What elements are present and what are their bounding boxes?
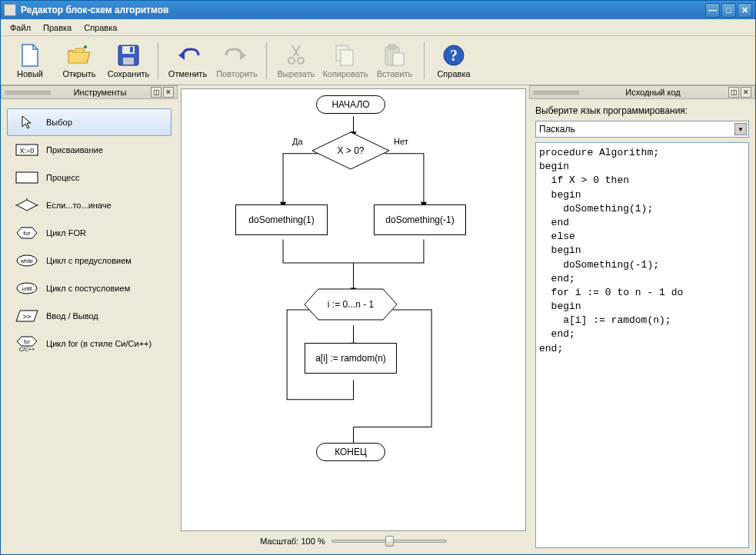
folder-open-icon: [67, 43, 92, 68]
assign-icon: X:=0: [15, 143, 38, 157]
svg-text:until: until: [22, 286, 32, 291]
label-no: Нет: [394, 137, 408, 146]
help-icon: ?: [441, 43, 466, 68]
svg-rect-17: [16, 172, 38, 183]
flowchart-loop[interactable]: i := 0...n - 1: [305, 289, 397, 320]
panel-float-icon[interactable]: ◫: [151, 87, 162, 98]
menu-edit[interactable]: Правка: [37, 21, 78, 35]
svg-text:while: while: [20, 258, 33, 264]
flowchart-process-2[interactable]: doSomething(-1): [374, 204, 466, 235]
ifelse-icon: [15, 198, 38, 212]
flowchart-loop-body[interactable]: a[i] := ramdom(n): [305, 343, 397, 374]
svg-text:for: for: [24, 339, 31, 344]
maximize-button[interactable]: □: [721, 3, 736, 18]
open-button[interactable]: Открыть: [56, 39, 102, 82]
tools-panel: Инструменты ◫ ✕ Выбор X:=0 Присваивание: [1, 85, 178, 554]
zoom-bar: Масштаб: 100 %: [181, 531, 526, 551]
app-icon: [4, 4, 16, 16]
flowchart-end[interactable]: КОНЕЦ: [316, 443, 385, 461]
flowchart-canvas[interactable]: НАЧАЛО X > 0? Да Нет doSomething(1) doSo…: [181, 88, 526, 531]
tool-while[interactable]: while Цикл с предусловием: [7, 247, 172, 274]
code-panel-header: Исходный код ◫ ✕: [529, 85, 755, 99]
zoom-slider[interactable]: [331, 533, 447, 549]
flowchart-decision[interactable]: X > 0?: [312, 132, 389, 169]
svg-text:>>: >>: [23, 313, 32, 321]
panel-close-icon[interactable]: ✕: [163, 87, 174, 98]
save-icon: [116, 43, 141, 68]
svg-rect-2: [123, 58, 134, 65]
svg-point-7: [298, 58, 304, 64]
svg-text:C/C++: C/C++: [19, 347, 35, 352]
new-button[interactable]: Новый: [7, 39, 53, 82]
tools-panel-header: Инструменты ◫ ✕: [1, 85, 178, 99]
tool-cfor[interactable]: forC/C++ Цикл for (в стиле Си/Си++): [7, 330, 172, 357]
titlebar: Редактор блок-схем алгоритмов — □ ✕: [1, 1, 755, 19]
svg-rect-3: [130, 47, 133, 52]
redo-icon: [225, 43, 249, 68]
for-icon: for: [15, 226, 38, 240]
flowchart-process-1[interactable]: doSomething(1): [235, 204, 328, 235]
label-yes: Да: [292, 137, 303, 146]
code-area[interactable]: procedure Algorithm; begin if X > 0 then…: [535, 142, 749, 548]
redo-button: Повторить: [214, 39, 260, 82]
panel-close-icon[interactable]: ✕: [741, 87, 751, 98]
undo-icon: [175, 43, 200, 68]
process-icon: [15, 171, 38, 184]
save-button[interactable]: Сохранить: [105, 39, 152, 82]
menubar: Файл Правка Справка: [1, 19, 755, 36]
close-button[interactable]: ✕: [738, 3, 752, 18]
svg-rect-11: [388, 45, 396, 49]
tool-assign[interactable]: X:=0 Присваивание: [7, 136, 172, 164]
scissors-icon: [284, 43, 308, 68]
svg-text:for: for: [23, 230, 31, 237]
code-panel: Исходный код ◫ ✕ Выберите язык программи…: [529, 85, 755, 554]
paste-button: Вставить: [371, 39, 418, 82]
paste-icon: [382, 43, 407, 68]
svg-rect-9: [341, 50, 353, 65]
tool-for[interactable]: for Цикл FOR: [7, 219, 172, 247]
zoom-label: Масштаб: 100 %: [260, 537, 325, 546]
copy-icon: [333, 43, 358, 68]
undo-button[interactable]: Отменить: [165, 39, 211, 82]
panel-float-icon[interactable]: ◫: [728, 87, 739, 98]
cursor-icon: [15, 115, 38, 129]
minimize-button[interactable]: —: [705, 3, 720, 18]
until-icon: until: [15, 281, 38, 295]
cut-button: Вырезать: [273, 39, 319, 82]
menu-help[interactable]: Справка: [78, 21, 123, 35]
copy-button: Копировать: [322, 39, 368, 82]
help-button[interactable]: ? Справка: [431, 39, 477, 82]
svg-point-6: [288, 58, 295, 64]
chevron-down-icon: ▼: [734, 123, 747, 135]
svg-text:?: ?: [450, 47, 458, 64]
menu-file[interactable]: Файл: [4, 21, 37, 35]
tool-until[interactable]: until Цикл с постусловием: [7, 274, 172, 302]
toolbar: Новый Открыть Сохранить Отменить Повтор: [1, 36, 755, 85]
new-file-icon: [18, 43, 42, 68]
lang-select[interactable]: Паскаль ▼: [535, 121, 749, 138]
tool-select[interactable]: Выбор: [7, 108, 172, 136]
cfor-icon: forC/C++: [15, 337, 38, 351]
window-title: Редактор блок-схем алгоритмов: [21, 5, 705, 15]
svg-text:X:=0: X:=0: [20, 147, 35, 155]
svg-marker-5: [240, 51, 246, 60]
flowchart-start[interactable]: НАЧАЛО: [316, 95, 385, 114]
io-icon: >>: [15, 309, 38, 323]
while-icon: while: [15, 254, 38, 268]
tool-io[interactable]: >> Ввод / Вывод: [7, 302, 172, 330]
svg-marker-4: [178, 51, 185, 60]
svg-marker-18: [17, 200, 37, 211]
tool-process[interactable]: Процесс: [7, 164, 172, 191]
lang-label: Выберите язык программирования:: [535, 105, 749, 116]
svg-rect-12: [393, 53, 404, 65]
tool-ifelse[interactable]: Если...то...иначе: [7, 191, 172, 219]
